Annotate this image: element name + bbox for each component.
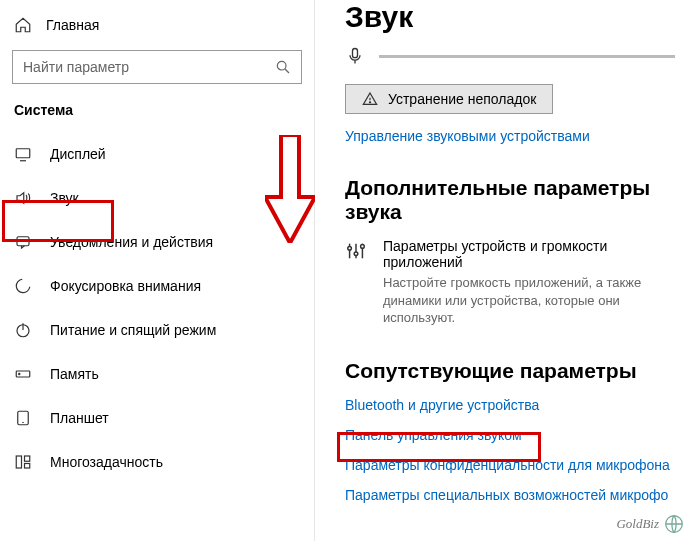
warning-icon — [362, 91, 378, 107]
microphone-icon — [345, 46, 365, 66]
display-icon — [14, 145, 32, 163]
globe-icon — [663, 513, 685, 535]
svg-point-23 — [361, 245, 365, 249]
svg-point-8 — [19, 373, 20, 374]
focus-icon — [14, 277, 32, 295]
search-input[interactable] — [23, 59, 275, 75]
sidebar-item-label: Уведомления и действия — [50, 234, 213, 250]
search-icon — [275, 59, 291, 75]
app-volume-title: Параметры устройств и громкости приложен… — [383, 238, 675, 270]
link-mic-accessibility[interactable]: Параметры специальных возможностей микро… — [345, 487, 675, 503]
sidebar-item-label: Дисплей — [50, 146, 106, 162]
sidebar-item-home[interactable]: Главная — [0, 8, 314, 42]
sidebar-item-label: Память — [50, 366, 99, 382]
watermark-text: GoldBiz — [616, 516, 659, 532]
sidebar-item-sound[interactable]: Звук — [0, 176, 314, 220]
tablet-icon — [14, 409, 32, 427]
volume-slider[interactable] — [379, 55, 675, 58]
sidebar-item-notifications[interactable]: Уведомления и действия — [0, 220, 314, 264]
volume-row — [345, 46, 675, 66]
app-volume-row[interactable]: Параметры устройств и громкости приложен… — [345, 238, 675, 327]
svg-rect-13 — [25, 464, 30, 469]
sidebar-item-label: Главная — [46, 17, 99, 33]
troubleshoot-button[interactable]: Устранение неполадок — [345, 84, 553, 114]
sidebar-item-focus[interactable]: Фокусировка внимания — [0, 264, 314, 308]
svg-point-0 — [277, 61, 286, 70]
link-mic-privacy[interactable]: Параметры конфиденциальности для микрофо… — [345, 457, 675, 473]
sidebar-item-label: Планшет — [50, 410, 109, 426]
link-sound-control-panel[interactable]: Панель управления звуком — [345, 427, 675, 443]
section-title-advanced: Дополнительные параметры звука — [345, 176, 675, 224]
home-icon — [14, 16, 32, 34]
svg-point-19 — [348, 246, 352, 250]
link-manage-devices[interactable]: Управление звуковыми устройствами — [345, 128, 675, 144]
app-volume-description: Настройте громкость приложений, а также … — [383, 274, 675, 327]
sidebar-item-label: Звук — [50, 190, 79, 206]
storage-icon — [14, 365, 32, 383]
svg-rect-12 — [25, 456, 30, 461]
search-input-wrapper[interactable] — [12, 50, 302, 84]
sound-icon — [14, 189, 32, 207]
page-title: Звук — [345, 0, 675, 34]
svg-point-21 — [354, 252, 358, 256]
sidebar-heading: Система — [0, 98, 314, 132]
app-volume-text: Параметры устройств и громкости приложен… — [383, 238, 675, 327]
multitasking-icon — [14, 453, 32, 471]
button-label: Устранение неполадок — [388, 91, 536, 107]
sidebar-item-power[interactable]: Питание и спящий режим — [0, 308, 314, 352]
sliders-icon — [345, 240, 367, 262]
svg-rect-14 — [353, 49, 358, 58]
sidebar-item-label: Многозадачность — [50, 454, 163, 470]
power-icon — [14, 321, 32, 339]
sidebar-item-tablet[interactable]: Планшет — [0, 396, 314, 440]
link-bluetooth[interactable]: Bluetooth и другие устройства — [345, 397, 675, 413]
sidebar: Главная Система Дисплей Звук Уведомления… — [0, 0, 315, 541]
svg-point-17 — [369, 102, 370, 103]
svg-rect-11 — [16, 456, 21, 468]
main-content: Звук Устранение неполадок Управление зву… — [315, 0, 693, 541]
svg-line-1 — [285, 69, 289, 73]
section-title-related: Сопутствующие параметры — [345, 359, 675, 383]
sidebar-item-label: Фокусировка внимания — [50, 278, 201, 294]
sidebar-item-display[interactable]: Дисплей — [0, 132, 314, 176]
sidebar-item-storage[interactable]: Память — [0, 352, 314, 396]
sidebar-item-label: Питание и спящий режим — [50, 322, 216, 338]
notifications-icon — [14, 233, 32, 251]
watermark: GoldBiz — [616, 513, 685, 535]
sidebar-item-multitasking[interactable]: Многозадачность — [0, 440, 314, 484]
svg-rect-4 — [17, 237, 29, 246]
svg-rect-2 — [16, 149, 30, 158]
